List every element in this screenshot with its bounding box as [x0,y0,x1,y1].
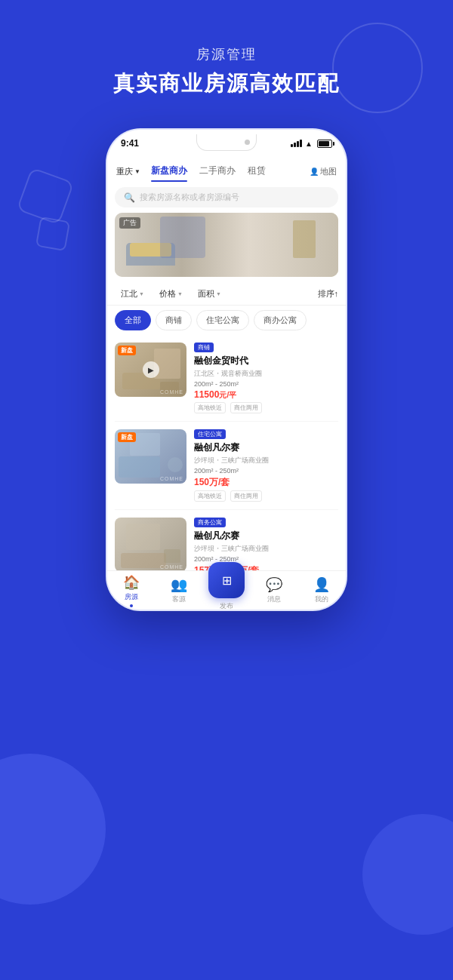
nav-item-profile[interactable]: 👤 我的 [298,576,346,598]
listing-area: 200m² - 250m² [194,380,338,388]
listing-details: 住宅公寓 融创凡尔赛 沙坪坝・三峡广场商业圈 200m² - 250m² 150… [194,429,338,502]
listing-location: 沙坪坝・三峡广场商业圈 [194,544,338,554]
listing-thumbnail: COMHE [115,518,186,572]
new-badge: 新盘 [118,346,136,355]
filter-row: 江北 ▼ 价格 ▼ 面积 ▼ 排序↑ [107,283,346,306]
tab-rental[interactable]: 租赁 [242,161,272,182]
status-bar: 9:41 ▲ [107,130,346,157]
district-arrow-icon: ▼ [139,291,144,296]
ad-label: 广告 [119,217,140,229]
header-subtitle: 房源管理 [0,45,453,63]
listing-thumbnail: 新盘 COMHE [115,429,186,484]
status-time: 9:41 [121,138,139,149]
cat-residential[interactable]: 住宅公寓 [196,310,249,330]
messages-icon: 💬 [266,576,282,593]
publish-button[interactable]: ⊞ [208,562,245,598]
watermark: COMHE [160,476,183,481]
listing-area: 200m² - 250m² [194,467,338,475]
watermark: COMHE [160,564,183,570]
watermark: COMHE [160,389,183,395]
filter-district[interactable]: 江北 ▼ [115,286,150,302]
listing-price: 150万/套 [194,476,338,489]
listing-features: 高地铁近 商住两用 [194,490,338,502]
bg-decoration-blob1 [0,754,106,905]
feature-tag: 高地铁近 [194,402,226,413]
camera-dot [245,140,250,145]
nav-item-messages[interactable]: 💬 消息 [251,576,298,598]
clients-icon: 👥 [171,576,187,593]
listing-name: 融创凡尔赛 [194,441,338,454]
publish-icon: ⊞ [222,573,232,588]
listing-type-tag: 住宅公寓 [194,429,226,439]
listing-type-tag: 商铺 [194,343,214,352]
navigation-tabs: 重庆 ▼ 新盘商办 二手商办 租赁 👤 地图 [107,157,346,182]
city-selector[interactable]: 重庆 ▼ [116,166,140,177]
cat-shop[interactable]: 商铺 [156,310,192,330]
listing-tags: 商铺 [194,343,338,352]
search-icon: 🔍 [124,192,135,203]
listing-item[interactable]: 新盘 ▶ COMHE 商铺 融创金贸时代 江北区・观音桥商业圈 200m² - … [115,335,338,422]
battery-icon [317,140,332,148]
status-icons: ▲ [291,140,332,148]
listing-location: 江北区・观音桥商业圈 [194,369,338,379]
new-badge: 新盘 [118,432,136,442]
feature-tag: 商住两用 [230,402,262,413]
feature-tag: 商住两用 [230,490,262,502]
cat-all[interactable]: 全部 [115,310,151,330]
listing-name: 融创凡尔赛 [194,530,338,542]
city-dropdown-icon: ▼ [134,168,140,175]
tab-map[interactable]: 👤 地图 [310,166,337,177]
bottom-navigation: 🏠 房源 👥 客源 ⊞ 发布 💬 消息 [107,570,346,598]
listing-type-tag: 商务公寓 [194,518,226,527]
signal-icon [291,140,302,147]
nav-label-clients: 客源 [172,594,186,598]
listings-container: 新盘 ▶ COMHE 商铺 融创金贸时代 江北区・观音桥商业圈 200m² - … [107,335,346,598]
filter-sort[interactable]: 排序↑ [318,288,339,300]
header-section: 房源管理 真实商业房源高效匹配 [0,0,453,121]
filter-area[interactable]: 面积 ▼ [192,286,227,302]
wifi-icon: ▲ [305,140,313,148]
filter-price[interactable]: 价格 ▼ [153,286,189,302]
ad-banner: 广告 [115,213,338,277]
city-label: 重庆 [116,166,133,177]
listing-features: 高地铁近 商住两用 [194,402,338,413]
listing-thumbnail: 新盘 ▶ COMHE [115,343,186,397]
feature-tag: 高地铁近 [194,490,226,502]
phone-screen: 重庆 ▼ 新盘商办 二手商办 租赁 👤 地图 🔍 [107,157,346,598]
bg-decoration-blob2 [362,814,453,935]
nav-label-profile: 我的 [315,594,328,598]
listing-item[interactable]: 新盘 COMHE 住宅公寓 融创凡尔赛 沙坪坝・三峡广场商业圈 200m² - … [115,422,338,510]
nav-item-publish[interactable]: ⊞ 发布 [202,570,250,598]
bg-decoration-hexagon2 [35,217,70,251]
bg-decoration-hexagon1 [17,167,75,226]
tab-second-hand[interactable]: 二手商办 [193,161,242,182]
nav-item-property[interactable]: 🏠 房源 [107,574,155,599]
search-bar[interactable]: 🔍 搜索房源名称或者房源编号 [115,187,338,207]
phone-mockup: 9:41 ▲ 重庆 [106,128,347,611]
listing-tags: 商务公寓 [194,518,338,527]
category-tabs: 全部 商铺 住宅公寓 商办公寓 [107,306,346,335]
play-button[interactable]: ▶ [143,361,159,378]
cat-commercial[interactable]: 商办公寓 [254,310,307,330]
search-placeholder: 搜索房源名称或者房源编号 [140,192,239,203]
nav-label-property: 房源 [125,592,138,599]
ad-room-image [115,213,338,277]
tab-new-commercial[interactable]: 新盘商办 [145,161,193,182]
listing-name: 融创金贸时代 [194,355,338,367]
profile-icon: 👤 [313,576,330,593]
listing-tags: 住宅公寓 [194,429,338,439]
listing-price: 11500元/平 [194,389,338,401]
header-title: 真实商业房源高效匹配 [0,69,453,98]
area-arrow-icon: ▼ [216,291,221,296]
listing-location: 沙坪坝・三峡广场商业圈 [194,456,338,465]
notch [196,134,257,151]
home-icon: 🏠 [123,574,140,591]
price-arrow-icon: ▼ [177,291,183,296]
listing-details: 商铺 融创金贸时代 江北区・观音桥商业圈 200m² - 250m² 11500… [194,343,338,413]
phone-outer: 9:41 ▲ 重庆 [106,128,347,611]
nav-item-clients[interactable]: 👥 客源 [155,576,202,598]
nav-label-messages: 消息 [267,594,281,598]
